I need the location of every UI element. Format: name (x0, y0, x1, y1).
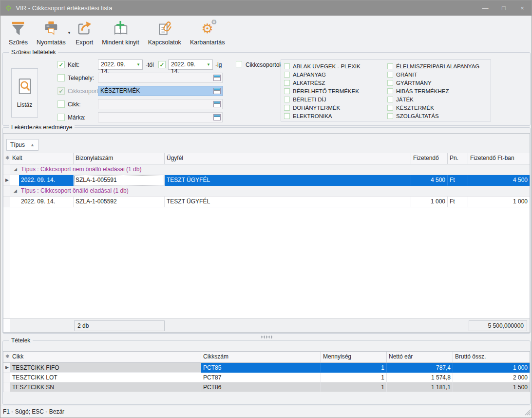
toolbar: Szűrés Nyomtatás ▾ Export Mindent kinyit (0, 16, 532, 51)
option-checkbox[interactable]: ✓ (387, 72, 393, 78)
date-from-suffix: -tól (146, 60, 154, 70)
cikkcsoport-label: Cikkcsoport: (68, 86, 100, 97)
cikkcsoport-option[interactable]: ✓JÁTÉK (387, 95, 491, 103)
option-checkbox[interactable]: ✓ (387, 63, 393, 69)
app-window: ⚙ VIR - Cikkcsoport értékesítési lista —… (0, 0, 532, 418)
cikkcsoport-option[interactable]: ✓ALKATRÉSZ (284, 79, 387, 87)
kelt-to-checkbox[interactable]: ✓ (158, 61, 166, 68)
connections-button[interactable]: Kapcsolatok (144, 19, 186, 47)
cikkcsoportok-listbox: ✓ABLAK ÜVEGEK - PLEXIK ✓ALAPANYAG ✓ALKAT… (281, 60, 491, 121)
column-header-brutto[interactable]: Bruttó össz. (453, 352, 530, 362)
cikkcsoport-option[interactable]: ✓DOHÁNYTERMÉK (284, 103, 387, 112)
cikkcsoport-option[interactable]: ✓BÉRELHETŐ TERMÉKEK (284, 87, 387, 95)
column-header-pn[interactable]: Pn. (448, 153, 468, 164)
resize-grip[interactable] (524, 409, 531, 417)
maximize-button[interactable]: □ (494, 0, 513, 16)
telephely-lookup-icon[interactable] (213, 75, 221, 81)
group-by-tipus-button[interactable]: Típus ▲ (6, 139, 38, 151)
cikkcsoport-option[interactable]: ✓ÉLELMISZERIPARI ALAPANYAG (387, 62, 491, 70)
option-checkbox[interactable]: ✓ (387, 80, 393, 86)
print-button[interactable]: Nyomtatás (32, 19, 70, 47)
expand-all-button[interactable]: Mindent kinyit (97, 19, 143, 47)
close-button[interactable]: × (513, 0, 532, 16)
column-header-kelt[interactable]: Kelt (10, 153, 74, 164)
cikk-label: Cikk: (68, 99, 81, 110)
group-expand-icon[interactable]: ◢ (10, 186, 21, 196)
table-row[interactable]: TESZTCIKK LOT PCT87 1 1 574,8 2 000 (3, 373, 530, 382)
option-checkbox[interactable]: ✓ (284, 113, 290, 119)
cikkcsoportok-checkbox[interactable]: ✓ (236, 61, 242, 67)
kelt-checkbox[interactable]: ✓ (57, 61, 65, 68)
cikk-lookup-icon[interactable] (213, 101, 221, 107)
telephely-field[interactable] (98, 73, 223, 83)
cikkcsoport-option[interactable]: ✓KÉSZTERMÉK (387, 103, 491, 112)
printer-icon (42, 20, 60, 38)
column-header-fizetendo[interactable]: Fizetendő (411, 153, 448, 164)
column-header-bizonylatszam[interactable]: Bizonylatszám (74, 153, 165, 164)
splitter-grip-icon (261, 336, 273, 338)
minimize-button[interactable]: — (476, 0, 494, 16)
marka-field[interactable] (98, 112, 223, 122)
date-to-combo[interactable]: 2022. 09. 14. ▼ (168, 60, 213, 70)
export-button[interactable]: Export (71, 19, 97, 47)
option-checkbox[interactable]: ✓ (284, 80, 290, 86)
cikk-field[interactable] (98, 99, 223, 109)
option-checkbox[interactable]: ✓ (387, 97, 393, 102)
cikk-checkbox[interactable]: ✓ (57, 100, 65, 108)
print-dropdown-arrow-icon[interactable]: ▾ (68, 30, 71, 35)
marka-checkbox[interactable]: ✓ (57, 114, 65, 121)
option-checkbox[interactable]: ✓ (387, 88, 393, 94)
results-grid-header: ✱ Kelt Bizonylatszám Ügyfél Fizetendő Pn… (3, 153, 530, 164)
cikkcsoport-option[interactable]: ✓ELEKTRONIKA (284, 112, 387, 120)
export-button-label: Export (76, 39, 93, 46)
option-checkbox[interactable]: ✓ (284, 63, 290, 69)
column-header-mennyiseg[interactable]: Mennyiség (321, 352, 387, 362)
app-icon: ⚙ (5, 4, 12, 12)
option-checkbox[interactable]: ✓ (284, 72, 290, 78)
group-expand-icon[interactable]: ◢ (10, 164, 21, 175)
list-button[interactable]: Listáz (11, 68, 38, 118)
table-row[interactable]: 2022. 09. 14. SZLA-1-005592 TESZT ÜGYFÉL… (3, 197, 530, 207)
status-text: F1 - Súgó; ESC - Bezár (3, 408, 64, 415)
marka-lookup-icon[interactable] (213, 114, 221, 120)
option-checkbox[interactable]: ✓ (387, 105, 393, 111)
cikkcsoport-option[interactable]: ✓SZOLGÁLTATÁS (387, 112, 491, 120)
option-checkbox[interactable]: ✓ (284, 97, 290, 102)
column-header-fizetendo-ft[interactable]: Fizetendő Ft-ban (468, 153, 530, 164)
table-row[interactable]: TESZTCIKK SN PCT86 1 1 181,1 1 500 (3, 382, 530, 392)
group-row[interactable]: ◢ Típus : Cikkcsoport nem önálló eladása… (3, 164, 530, 175)
column-header-cikk[interactable]: Cikk (10, 352, 201, 362)
cikkcsoport-option[interactable]: ✓ALAPANYAG (284, 70, 387, 79)
option-checkbox[interactable]: ✓ (387, 113, 393, 119)
date-from-combo[interactable]: 2022. 09. 14. ▼ (98, 60, 143, 70)
panel-splitter[interactable] (0, 334, 532, 340)
column-header-ugyfel[interactable]: Ügyfél (165, 153, 411, 164)
filter-icon (9, 20, 27, 38)
items-panel-title: Tételek (9, 337, 33, 344)
cikkcsoport-option[interactable]: ✓GRÁNIT (387, 70, 491, 79)
table-row[interactable]: ▶ TESZTCIKK FIFO PCT85 1 787,4 1 000 (3, 363, 530, 373)
option-checkbox[interactable]: ✓ (284, 105, 290, 111)
cikkcsoport-lookup-icon[interactable] (213, 88, 221, 94)
option-checkbox[interactable]: ✓ (284, 88, 290, 94)
date-from-dropdown-icon: ▼ (136, 63, 140, 67)
group-row[interactable]: ◢ Típus : Cikkcsoport önálló eladásai (1… (3, 186, 530, 197)
connections-button-label: Kapcsolatok (148, 39, 181, 46)
table-row[interactable]: ▶ 2022. 09. 14. SZLA-1-005591 TESZT ÜGYF… (3, 175, 530, 186)
cikkcsoport-option[interactable]: ✓ABLAK ÜVEGEK - PLEXIK (284, 62, 387, 70)
results-grid: Típus ▲ ✱ Kelt Bizonylatszám Ügyfél Fize… (3, 133, 530, 333)
cikkcsoport-option[interactable]: ✓HIBÁS TERMÉKHEZ (387, 87, 491, 95)
column-header-cikkszam[interactable]: Cikkszám (201, 352, 321, 362)
column-header-netto[interactable]: Nettó eár (387, 352, 453, 362)
kelt-label: Kelt: (68, 60, 79, 70)
filter-button[interactable]: Szűrés (4, 19, 32, 47)
cikkcsoport-option[interactable]: ✓GYÁRTMÁNY (387, 79, 491, 87)
telephely-checkbox[interactable]: ✓ (57, 74, 65, 81)
group-by-panel: Típus ▲ (3, 134, 530, 153)
cikkcsoport-checkbox[interactable]: ✓ (57, 87, 65, 95)
expand-all-book-icon (112, 20, 130, 38)
status-bar: F1 - Súgó; ESC - Bezár (0, 405, 532, 418)
cikkcsoport-option[interactable]: ✓BÉRLETI DÍJ (284, 95, 387, 103)
maintenance-button[interactable]: ⚙⚙ Karbantartás (186, 19, 229, 47)
cikkcsoport-field[interactable]: KÉSZTERMÉK (98, 86, 223, 96)
